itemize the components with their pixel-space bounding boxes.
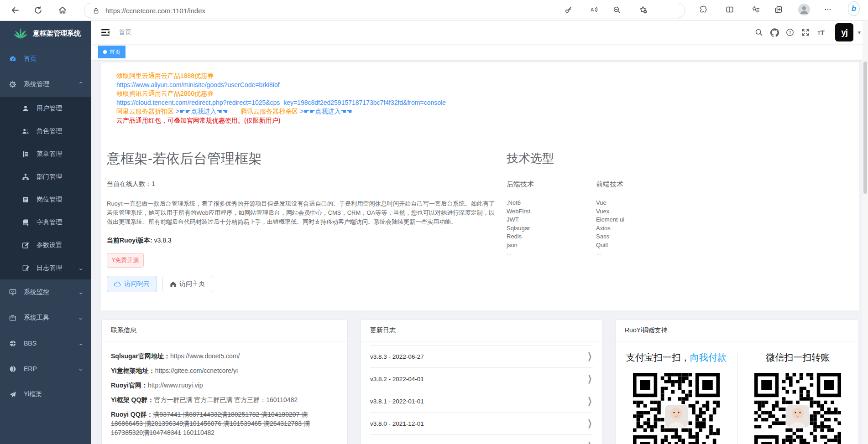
- caret-down-icon[interactable]: ▼: [857, 30, 862, 35]
- contact-label: Yi意框架地址：: [111, 367, 155, 374]
- chevron-down-icon: ⌄: [78, 315, 84, 321]
- changelog-item[interactable]: v3.8.0 - 2021-12-01❯: [370, 413, 593, 435]
- svg-text:?: ?: [789, 30, 791, 35]
- sidebar-item-部门管理[interactable]: 部门管理: [0, 165, 91, 188]
- sidebar-toggle-icon[interactable]: [100, 27, 110, 37]
- back-icon[interactable]: [7, 3, 21, 17]
- favorite-add-icon[interactable]: [637, 4, 649, 15]
- more-icon[interactable]: [822, 4, 834, 15]
- chevron-down-icon: ⌄: [78, 265, 84, 271]
- sidebar-item-日志管理[interactable]: 日志管理⌄: [0, 257, 91, 279]
- changelog-version-label: v3.8.2 - 2022-04-01: [370, 376, 424, 382]
- changelog-version-label: v3.8.3 - 2022-06-27: [370, 353, 424, 360]
- sidebar-item-label: 日志管理: [37, 264, 62, 272]
- page-scrollbar[interactable]: [863, 21, 868, 444]
- sidebar-item-系统工具[interactable]: 系统工具⌄: [0, 305, 91, 330]
- tech-item: json: [507, 241, 596, 250]
- key-icon[interactable]: [562, 4, 574, 15]
- changelog-item[interactable]: v3.8.1 - 2022-01-01❯: [370, 390, 593, 413]
- sidebar-item-label: ERP: [24, 365, 37, 372]
- sidebar-item-ERP[interactable]: ERP⌄: [0, 356, 91, 382]
- changelog-version-label: v3.8.0 - 2021-12-01: [370, 420, 424, 427]
- sidebar-item-字典管理[interactable]: 字典管理: [0, 211, 91, 234]
- chevron-right-icon: ❯: [588, 373, 592, 384]
- sidebar-item-label: 参数设置: [37, 241, 62, 249]
- changelog-version-label: v3.8.1 - 2022-01-01: [370, 398, 424, 405]
- contact-card: 联系信息 Sqlsugar官网地址：https://www.donet5.com…: [101, 320, 348, 444]
- visit-gitee-button[interactable]: 访问码云: [107, 276, 157, 292]
- profile-avatar[interactable]: [798, 4, 810, 15]
- contact-label: Yi框架 QQ群：: [111, 396, 154, 403]
- post-icon: [22, 196, 29, 203]
- alipay-qr: [633, 373, 720, 444]
- notice-text: 阿里云服务器折扣区: [116, 108, 176, 115]
- notice-text: [228, 108, 241, 115]
- pay-me-link[interactable]: 向我付款: [690, 352, 727, 362]
- tech-item: .Net6: [507, 199, 596, 207]
- tech-item: Vue: [596, 199, 685, 207]
- tech-item: ...: [596, 249, 685, 258]
- notice-link[interactable]: >☛☛点我进入☚☚: [176, 108, 228, 115]
- fullscreen-icon[interactable]: [798, 21, 813, 44]
- changelog-item[interactable]: v3.8.3 - 2022-06-27❯: [370, 346, 593, 368]
- home-panel: 领取阿里云通用云产品1888优惠券https://www.aliyun.com/…: [101, 62, 859, 310]
- favorites-icon[interactable]: [750, 4, 762, 15]
- sidebar-item-系统管理[interactable]: 系统管理⌃: [0, 72, 91, 97]
- split-screen-icon[interactable]: [724, 4, 736, 15]
- extensions-icon[interactable]: [697, 4, 709, 15]
- tag-active-dot: [103, 50, 107, 54]
- app-title: 意框架管理系统: [33, 29, 81, 38]
- copilot-icon[interactable]: b: [848, 3, 860, 15]
- sidebar-item-参数设置[interactable]: 参数设置: [0, 234, 91, 257]
- github-icon[interactable]: [767, 21, 782, 44]
- svg-text:A: A: [591, 7, 594, 12]
- contact-value: 160110482: [181, 429, 214, 436]
- font-size-icon[interactable]: TT: [813, 21, 829, 44]
- notice-link[interactable]: https://www.aliyun.com/minisite/goods?us…: [116, 81, 280, 88]
- sidebar-item-Yi框架[interactable]: Yi框架: [0, 382, 91, 407]
- user-avatar[interactable]: yj: [835, 23, 853, 41]
- chevron-right-icon: ❯: [588, 396, 592, 406]
- tech-column-heading: 前端技术: [596, 180, 685, 189]
- intro-description: Ruoyi:一直想做一款后台管理系统，看了很多优秀的开源项目但是发现没有合适自己…: [107, 199, 495, 227]
- sidebar-item-菜单管理[interactable]: 菜单管理: [0, 143, 91, 165]
- sidebar-item-label: 角色管理: [37, 127, 62, 135]
- refresh-icon[interactable]: [31, 3, 45, 17]
- sidebar-item-岗位管理[interactable]: 岗位管理: [0, 188, 91, 211]
- sidebar-item-label: 岗位管理: [37, 196, 62, 204]
- top-navbar: 首页 ? TT yj ▼: [91, 21, 868, 44]
- home-icon[interactable]: [56, 3, 69, 17]
- tag-home[interactable]: 首页: [98, 46, 125, 58]
- donate-heading-text: 微信扫一扫转账: [766, 352, 830, 362]
- notice-line: 阿里云服务器折扣区 >☛☛点我进入☚☚ 腾讯云服务器秒杀区 >☛☛点我进入☚☚: [116, 107, 848, 116]
- collections-icon[interactable]: [773, 4, 784, 15]
- contact-line: Yi意框架地址：https://gitee.com/ccnetcore/yi: [111, 366, 338, 375]
- sidebar-item-label: 字典管理: [37, 218, 62, 227]
- sidebar-item-BBS[interactable]: BBS⌄: [0, 330, 91, 356]
- tech-item: JWT: [507, 216, 596, 224]
- sidebar-item-用户管理[interactable]: 用户管理: [0, 97, 91, 120]
- sidebar-item-系统监控[interactable]: 系统监控⌄: [0, 279, 91, 305]
- read-aloud-icon[interactable]: A: [588, 4, 600, 15]
- tech-item: Element-ui: [596, 216, 685, 224]
- visit-homepage-button[interactable]: 访问主页: [162, 276, 212, 292]
- sidebar-item-首页[interactable]: 首页: [0, 46, 91, 72]
- zoom-out-icon[interactable]: [611, 4, 622, 15]
- changelog-item[interactable]: v3.8.2 - 2022-04-01❯: [370, 368, 593, 390]
- lock-icon[interactable]: [90, 5, 102, 16]
- url-text[interactable]: https://ccnetcore.com:1101/index: [105, 7, 205, 15]
- tech-item: Redis: [507, 232, 596, 241]
- breadcrumb[interactable]: 首页: [119, 28, 131, 36]
- chevron-up-icon: ⌃: [78, 81, 84, 88]
- search-icon[interactable]: [751, 21, 767, 44]
- changelog-item[interactable]: v3.7.0 - 2021-09-13❯: [370, 435, 593, 444]
- sidebar-item-角色管理[interactable]: 角色管理: [0, 120, 91, 143]
- wechat-donate-column: 微信扫一扫转账: [737, 351, 859, 444]
- help-icon[interactable]: ?: [782, 21, 798, 44]
- donate-card-title: RuoYi捐赠支持: [616, 320, 858, 341]
- notice-link[interactable]: https://cloud.tencent.com/redirect.php?r…: [116, 99, 446, 106]
- contact-label: Sqlsugar官网地址：: [111, 352, 170, 360]
- notice-link[interactable]: >☛☛点我进入☚☚: [300, 108, 352, 115]
- sidebar-item-label: 菜单管理: [37, 150, 62, 158]
- scrollbar-thumb[interactable]: [863, 62, 867, 194]
